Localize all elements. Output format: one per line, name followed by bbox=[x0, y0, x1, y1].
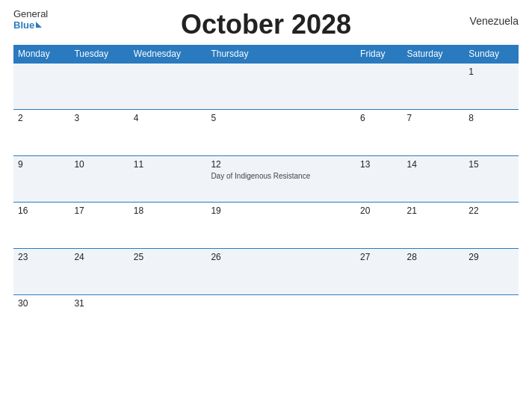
day-number: 27 bbox=[360, 252, 398, 262]
day-number: 23 bbox=[18, 252, 65, 262]
header: General Blue October 2028 Venezuela bbox=[13, 9, 519, 40]
day-number: 7 bbox=[407, 113, 460, 123]
logo-triangle-icon bbox=[36, 22, 42, 28]
table-row: 1 bbox=[13, 64, 519, 110]
col-thursday: Thursday bbox=[206, 45, 356, 64]
day-number: 25 bbox=[134, 252, 202, 262]
logo-general-text: General bbox=[13, 9, 48, 19]
calendar-cell: 29 bbox=[464, 249, 519, 295]
table-row: 2345678 bbox=[13, 110, 519, 156]
day-number: 14 bbox=[407, 159, 460, 170]
table-row: 3031 bbox=[13, 295, 519, 342]
logo-blue-text: Blue bbox=[13, 19, 42, 31]
day-number: 31 bbox=[74, 298, 124, 309]
day-number: 30 bbox=[18, 298, 65, 309]
day-number: 22 bbox=[468, 206, 514, 216]
day-number: 19 bbox=[211, 206, 351, 216]
logo: General Blue bbox=[13, 9, 48, 31]
calendar-cell: 2 bbox=[13, 110, 69, 156]
calendar-cell bbox=[356, 64, 403, 110]
table-row: 9101112Day of Indigenous Resistance13141… bbox=[13, 156, 519, 203]
col-sunday: Sunday bbox=[464, 45, 519, 64]
day-number: 2 bbox=[18, 113, 65, 123]
month-title: October 2028 bbox=[181, 9, 351, 40]
calendar-cell: 19 bbox=[206, 203, 356, 249]
day-number: 28 bbox=[407, 252, 460, 262]
calendar-cell bbox=[13, 64, 69, 110]
day-number: 18 bbox=[134, 206, 202, 216]
calendar-cell: 23 bbox=[13, 249, 69, 295]
calendar-cell: 24 bbox=[69, 249, 129, 295]
calendar-cell: 30 bbox=[13, 295, 69, 342]
calendar-cell: 12Day of Indigenous Resistance bbox=[206, 156, 356, 203]
day-number: 9 bbox=[18, 159, 65, 170]
calendar-cell: 10 bbox=[69, 156, 129, 203]
calendar-cell: 28 bbox=[403, 249, 465, 295]
calendar-cell bbox=[464, 295, 519, 342]
col-tuesday: Tuesday bbox=[69, 45, 129, 64]
day-number: 17 bbox=[74, 206, 124, 216]
calendar-cell: 18 bbox=[129, 203, 207, 249]
calendar-cell bbox=[206, 295, 356, 342]
day-number: 16 bbox=[18, 206, 65, 216]
calendar-cell: 21 bbox=[403, 203, 465, 249]
day-number: 20 bbox=[360, 206, 398, 216]
day-number: 5 bbox=[211, 113, 351, 123]
table-row: 23242526272829 bbox=[13, 249, 519, 295]
calendar-cell: 27 bbox=[356, 249, 403, 295]
day-number: 26 bbox=[211, 252, 351, 262]
day-number: 21 bbox=[407, 206, 460, 216]
col-friday: Friday bbox=[356, 45, 403, 64]
calendar-cell: 17 bbox=[69, 203, 129, 249]
calendar-cell: 3 bbox=[69, 110, 129, 156]
calendar-cell: 1 bbox=[464, 64, 519, 110]
day-number: 8 bbox=[468, 113, 514, 123]
calendar-cell: 4 bbox=[129, 110, 207, 156]
day-number: 10 bbox=[74, 159, 124, 170]
calendar-cell bbox=[206, 64, 356, 110]
calendar-cell: 8 bbox=[464, 110, 519, 156]
calendar-cell: 7 bbox=[403, 110, 465, 156]
country-label: Venezuela bbox=[470, 15, 519, 27]
calendar-cell: 26 bbox=[206, 249, 356, 295]
calendar-cell: 22 bbox=[464, 203, 519, 249]
table-row: 16171819202122 bbox=[13, 203, 519, 249]
calendar-cell: 5 bbox=[206, 110, 356, 156]
day-number: 24 bbox=[74, 252, 124, 262]
day-number: 12 bbox=[211, 159, 351, 170]
calendar-cell: 16 bbox=[13, 203, 69, 249]
calendar-cell bbox=[356, 295, 403, 342]
calendar-table: Monday Tuesday Wednesday Thursday Friday… bbox=[13, 45, 519, 342]
col-monday: Monday bbox=[13, 45, 69, 64]
day-number: 6 bbox=[360, 113, 398, 123]
calendar-cell: 13 bbox=[356, 156, 403, 203]
calendar-cell bbox=[129, 64, 207, 110]
calendar-cell: 15 bbox=[464, 156, 519, 203]
day-number: 29 bbox=[468, 252, 514, 262]
calendar-cell: 9 bbox=[13, 156, 69, 203]
calendar-cell: 14 bbox=[403, 156, 465, 203]
day-number: 1 bbox=[468, 67, 514, 77]
calendar-cell bbox=[403, 64, 465, 110]
holiday-label: Day of Indigenous Resistance bbox=[211, 171, 351, 181]
calendar-cell: 25 bbox=[129, 249, 207, 295]
day-number: 11 bbox=[134, 159, 202, 170]
calendar-cell bbox=[129, 295, 207, 342]
calendar-cell: 6 bbox=[356, 110, 403, 156]
col-wednesday: Wednesday bbox=[129, 45, 207, 64]
col-saturday: Saturday bbox=[403, 45, 465, 64]
calendar-cell bbox=[403, 295, 465, 342]
calendar-cell bbox=[69, 64, 129, 110]
day-number: 13 bbox=[360, 159, 398, 170]
calendar-cell: 20 bbox=[356, 203, 403, 249]
day-number: 15 bbox=[468, 159, 514, 170]
calendar-page: General Blue October 2028 Venezuela Mond… bbox=[0, 0, 532, 411]
calendar-cell: 11 bbox=[129, 156, 207, 203]
day-number: 3 bbox=[74, 113, 124, 123]
weekday-header-row: Monday Tuesday Wednesday Thursday Friday… bbox=[13, 45, 519, 64]
calendar-cell: 31 bbox=[69, 295, 129, 342]
day-number: 4 bbox=[134, 113, 202, 123]
